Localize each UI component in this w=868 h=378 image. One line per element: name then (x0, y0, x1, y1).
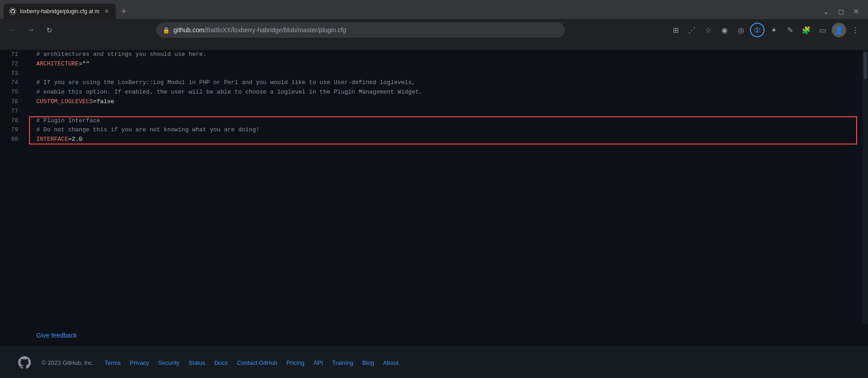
table-row: 75# enable this option. If enabled, the … (0, 88, 868, 97)
table-row: 79# Do not change this if you are not kn… (0, 125, 868, 135)
footer-link-pricing[interactable]: Pricing (286, 359, 305, 366)
forward-button[interactable]: → (24, 23, 38, 37)
footer-link-privacy[interactable]: Privacy (130, 359, 149, 366)
table-row: 72ARCHITECTURE="" (0, 60, 868, 69)
footer-link-contact-github[interactable]: Contact GitHub (237, 359, 277, 366)
table-row: 73 (0, 69, 868, 79)
footer-copyright: © 2023 GitHub, Inc. (42, 359, 94, 366)
line-code: INTERFACE=2.0 (27, 135, 868, 144)
browser-chrome: loxberry-habridge/plugin.cfg at m ✕ + ⌄ … (0, 0, 868, 50)
footer-link-docs[interactable]: Docs (214, 359, 228, 366)
footer-links: TermsPrivacySecurityStatusDocsContact Gi… (104, 359, 399, 366)
footer: © 2023 GitHub, Inc. TermsPrivacySecurity… (0, 347, 868, 378)
code-table: 71# architectures and strings you should… (0, 50, 868, 144)
feedback-section: Give feedback (0, 324, 868, 347)
refresh-button[interactable]: ↻ (42, 23, 56, 37)
line-number: 78 (0, 116, 27, 126)
tab-favicon (9, 8, 16, 15)
close-button[interactable]: ✕ (853, 7, 859, 16)
back-button[interactable]: ← (5, 23, 20, 37)
line-number: 73 (0, 69, 27, 79)
footer-link-training[interactable]: Training (332, 359, 353, 366)
bookmark-icon[interactable]: ☆ (701, 23, 715, 37)
code-container: 71# architectures and strings you should… (0, 50, 868, 324)
url-text: github.com/BattloXX/loxberry-habridge/bl… (173, 26, 558, 34)
table-row: 80INTERFACE=2.0 (0, 135, 868, 144)
line-code: ARCHITECTURE="" (27, 60, 868, 69)
share-icon[interactable]: ⋰ (685, 23, 699, 37)
line-number: 74 (0, 78, 27, 88)
extension1-icon[interactable]: ✦ (766, 23, 781, 37)
table-row: 74# If you are using the LoxBerry::Log M… (0, 78, 868, 88)
footer-link-blog[interactable]: Blog (362, 359, 374, 366)
toolbar-icons: ⊞ ⋰ ☆ ◉ ◎ ① ✦ ✎ 🧩 ▭ 👤 ⋮ (668, 23, 863, 37)
new-tab-button[interactable]: + (118, 5, 130, 18)
table-row: 76CUSTOM_LOGLEVELS=false (0, 97, 868, 107)
tab-title: loxberry-habridge/plugin.cfg at m (20, 8, 99, 15)
line-code: # Plugin Interface (27, 116, 868, 126)
line-code: # If you are using the LoxBerry::Log Mod… (27, 78, 868, 88)
table-row: 71# architectures and strings you should… (0, 50, 868, 60)
menu-icon[interactable]: ⋮ (848, 23, 863, 37)
maximize-button[interactable]: ◻ (838, 7, 844, 16)
profile-icon[interactable]: ◎ (734, 23, 748, 37)
window-controls: ⌄ ◻ ✕ (823, 7, 864, 16)
vpn-icon[interactable]: ◉ (717, 23, 732, 37)
user-avatar[interactable]: 👤 (832, 23, 846, 37)
tab-bar: loxberry-habridge/plugin.cfg at m ✕ + ⌄ … (0, 0, 868, 19)
address-bar[interactable]: 🔒 github.com/BattloXX/loxberry-habridge/… (156, 22, 565, 38)
github-logo (18, 356, 31, 369)
address-bar-row: ← → ↻ 🔒 github.com/BattloXX/loxberry-hab… (0, 19, 868, 41)
line-code (27, 107, 868, 116)
url-domain: github.com (173, 26, 204, 34)
main-content: 71# architectures and strings you should… (0, 50, 868, 378)
line-number: 79 (0, 125, 27, 135)
table-row: 78# Plugin Interface (0, 116, 868, 126)
footer-link-about[interactable]: About (383, 359, 399, 366)
url-path: /BattloXX/loxberry-habridge/blob/master/… (204, 26, 346, 34)
split-screen-icon[interactable]: ▭ (815, 23, 830, 37)
footer-link-status[interactable]: Status (188, 359, 205, 366)
line-number: 72 (0, 60, 27, 69)
footer-link-security[interactable]: Security (158, 359, 179, 366)
line-code: # architectures and strings you should u… (27, 50, 868, 60)
active-tab[interactable]: loxberry-habridge/plugin.cfg at m ✕ (4, 4, 116, 19)
give-feedback-link[interactable]: Give feedback (36, 332, 77, 339)
scrollbar-thumb[interactable] (863, 52, 867, 79)
tab-close-button[interactable]: ✕ (103, 8, 110, 15)
line-code: # enable this option. If enabled, the us… (27, 88, 868, 97)
line-number: 71 (0, 50, 27, 60)
line-number: 80 (0, 135, 27, 144)
scrollbar-track[interactable] (863, 50, 868, 324)
password-manager-icon[interactable]: ① (750, 23, 764, 37)
table-row: 77 (0, 107, 868, 116)
line-number: 76 (0, 97, 27, 107)
line-number: 75 (0, 88, 27, 97)
extension2-icon[interactable]: ✎ (783, 23, 797, 37)
line-code (27, 69, 868, 79)
minimize-button[interactable]: ⌄ (823, 7, 829, 16)
lock-icon: 🔒 (163, 27, 170, 34)
line-code: CUSTOM_LOGLEVELS=false (27, 97, 868, 107)
line-code: # Do not change this if you are not know… (27, 125, 868, 135)
translate-icon[interactable]: ⊞ (668, 23, 683, 37)
footer-link-terms[interactable]: Terms (104, 359, 120, 366)
extensions-icon[interactable]: 🧩 (799, 23, 814, 37)
footer-link-api[interactable]: API (313, 359, 323, 366)
line-number: 77 (0, 107, 27, 116)
